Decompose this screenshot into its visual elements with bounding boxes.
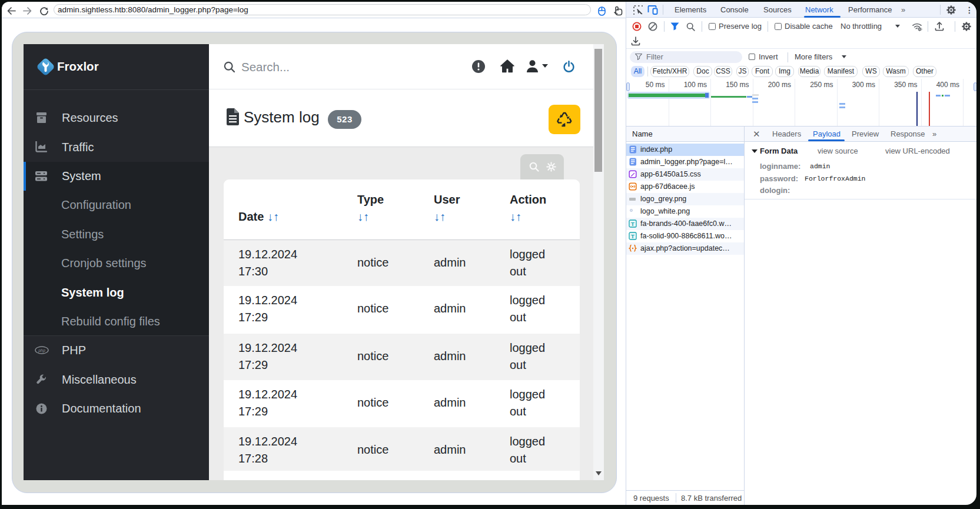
svg-text:T: T	[631, 221, 634, 227]
svg-text:T: T	[631, 233, 634, 239]
svg-text:php: php	[38, 348, 45, 353]
